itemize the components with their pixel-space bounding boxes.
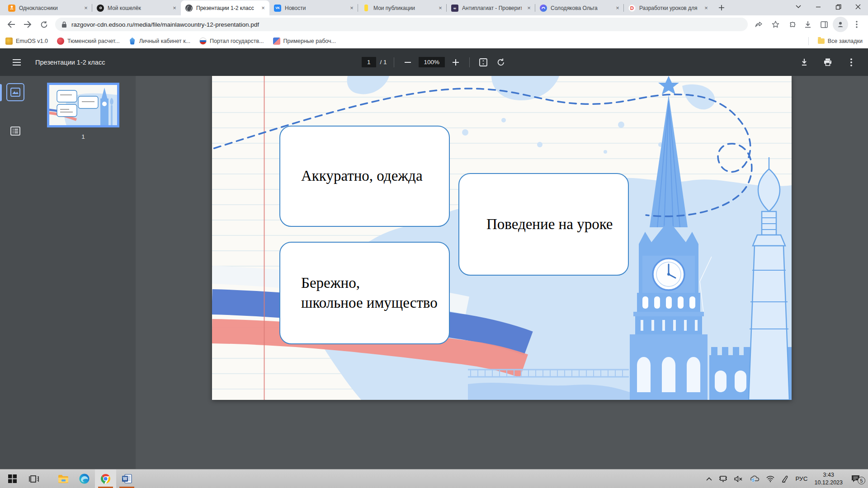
tab-close-icon[interactable]: × [259,5,267,12]
tab-close-icon[interactable]: × [437,5,444,12]
wireless-display-icon[interactable] [719,475,727,482]
word-button[interactable]: W [116,469,137,488]
tab-title: Антиплагиат - Проверить [462,5,522,11]
pdf-download-button[interactable] [797,56,811,69]
pdf-page-controls: 1 / 1 100% [362,48,508,76]
minimize-button[interactable] [808,0,828,14]
fit-to-page-button[interactable] [476,56,490,69]
tab-close-icon[interactable]: × [525,5,533,12]
thumbnail-page-number: 1 [81,133,85,140]
address-bar[interactable]: razgovor-cdn.edsoo.ru/media/file/mainlaw… [55,18,748,31]
tab-title: Презентации 1-2 класс [196,5,256,11]
clock-time: 3:43 [814,471,843,479]
file-explorer-button[interactable] [52,469,74,488]
share-button[interactable] [751,17,767,32]
pdf-page-area: Аккуратно, одежда Поведение на уроке Бер… [136,76,868,469]
tab-title: Мои публикации [373,5,433,11]
tab-dzen[interactable]: D Разработки уроков для у × [624,0,712,15]
bookmark-lk[interactable]: Личный кабинет к... [129,38,190,45]
tab-title: Одноклассники [19,5,79,11]
pdf-menu-button[interactable] [10,56,24,69]
antiplagiat-favicon-icon: ap [451,5,458,12]
slide-card-lesson-behavior: Поведение на уроке [458,173,629,276]
tab-title: Новости [285,5,344,11]
tab-antiplagiat[interactable]: ap Антиплагиат - Проверить × [447,0,535,15]
zoom-level-value[interactable]: 100% [419,57,445,67]
pdf-document-title: Презентации 1-2 класс [35,59,105,66]
bookmark-favicon-icon [273,38,280,45]
taskbar: W РУС 3:43 10.12.2023 [0,469,868,488]
bookmark-label: EmuOS v1.0 [16,38,48,44]
bookmark-programs[interactable]: Примерные рабоч... [273,38,336,45]
language-indicator[interactable]: РУС [795,475,807,482]
pdf-print-button[interactable] [821,56,835,69]
slide-page: Аккуратно, одежда Поведение на уроке Бер… [212,76,792,400]
windows-ink-pen-icon[interactable] [781,475,788,483]
forward-button[interactable] [20,17,35,32]
tab-close-icon[interactable]: × [703,5,710,12]
new-tab-button[interactable] [715,1,728,14]
zoom-out-button[interactable] [401,56,415,69]
svg-text:W: W [123,476,127,481]
chrome-button[interactable] [95,469,116,488]
tab-odnoklassniki[interactable]: Одноклассники × [4,0,92,15]
slide-card-school-property: Бережно, школьное имущество [279,242,450,344]
publications-favicon-icon [364,5,368,11]
sferum-favicon-icon [540,5,547,12]
wallet-favicon-icon [97,5,104,12]
slide-card-clothes: Аккуратно, одежда [279,126,450,227]
restore-button[interactable] [828,0,848,14]
downloads-button[interactable] [800,17,816,32]
tab-title: Разработки уроков для у [639,5,699,11]
outline-view-button[interactable] [6,122,24,140]
bookmark-label: Портал государств... [210,38,264,44]
browser-menu-button[interactable] [849,17,864,32]
zoom-in-button[interactable] [449,56,462,69]
clock[interactable]: 3:43 10.12.2023 [814,471,843,486]
edge-button[interactable] [74,469,95,488]
onedrive-sync-icon[interactable] [750,475,760,482]
tab-close-icon[interactable]: × [348,5,355,12]
reload-button[interactable] [36,17,52,32]
tab-publications[interactable]: Мои публикации × [358,0,447,15]
sidebar-active-indicator [0,84,2,101]
page-number-input[interactable]: 1 [362,57,376,67]
bookmark-tyumen[interactable]: Тюменский расчет... [57,38,120,45]
bookmark-gosuslugi[interactable]: Портал государств... [199,38,264,45]
tray-expand-chevron-icon[interactable] [706,477,712,481]
bookmark-star-button[interactable] [768,17,783,32]
tab-sferum[interactable]: Солодякова Ольга × [535,0,624,15]
wifi-icon[interactable] [766,476,774,482]
all-bookmarks-button[interactable]: Все закладки [818,38,863,44]
tab-presentation-active[interactable]: Презентации 1-2 класс × [181,0,269,15]
tab-close-icon[interactable]: × [82,5,90,12]
page-1-thumbnail[interactable] [47,83,119,127]
thumbnails-view-button[interactable] [6,83,24,101]
bookmark-favicon-icon [199,38,207,45]
close-window-button[interactable] [848,0,868,14]
profile-avatar[interactable] [833,17,848,32]
notification-center-button[interactable]: 5 [851,475,860,483]
back-button[interactable] [4,17,19,32]
rotate-button[interactable] [494,56,508,69]
pdf-more-options-button[interactable] [844,56,858,69]
volume-muted-icon[interactable] [734,476,743,482]
tab-close-icon[interactable]: × [171,5,178,12]
side-panel-button[interactable] [816,17,832,32]
lock-icon [61,21,67,28]
sidebar-view-switcher [0,76,31,469]
folder-icon [818,38,825,44]
tab-wallet[interactable]: Мой кошелёк × [92,0,181,15]
bookmark-emuos[interactable]: EmuOS v1.0 [5,38,48,45]
tab-search-chevron-icon[interactable] [788,0,808,14]
task-view-button[interactable] [23,469,44,488]
start-button[interactable] [2,469,23,488]
tab-news[interactable]: VK Новости × [269,0,358,15]
clock-date: 10.12.2023 [814,479,843,486]
extensions-button[interactable] [784,17,799,32]
thumbnail-panel: 1 [31,76,136,469]
system-tray: РУС 3:43 10.12.2023 5 [706,469,868,488]
window-controls [788,0,868,14]
all-bookmarks-label: Все закладки [828,38,863,44]
tab-close-icon[interactable]: × [614,5,621,12]
